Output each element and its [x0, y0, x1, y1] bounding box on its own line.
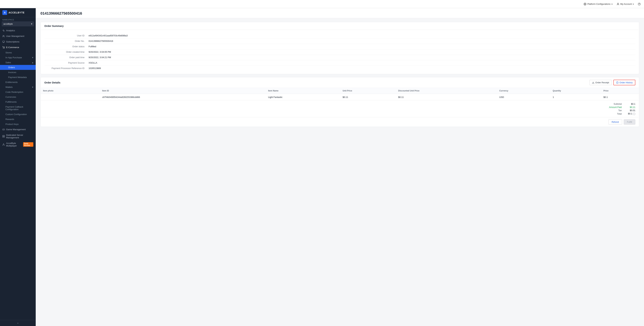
total-info-icon[interactable]: i	[633, 113, 635, 115]
sidebar-item-stores-label: Stores	[6, 51, 12, 54]
in-app-purchase-chevron: ▾	[32, 56, 33, 59]
svg-rect-5	[2, 41, 4, 42]
field-order-paid: Order paid time 9/20/2022, 3:04:21 PM	[44, 55, 635, 60]
namespace-value: accelbyte	[4, 22, 13, 25]
sidebar-item-analytics[interactable]: Analytics	[0, 28, 36, 33]
namespace-selector[interactable]: accelbyte ▾	[2, 22, 34, 26]
field-order-status: Order status Fulfilled	[44, 44, 635, 49]
amount-paid-value: $0.11	[625, 106, 635, 108]
sidebar-item-stores[interactable]: Stores	[0, 50, 36, 55]
platform-configs-button[interactable]: Platform Configurations	[584, 3, 612, 6]
early-access-badge: Early Access	[23, 142, 33, 147]
field-order-status-value: Fulfilled	[88, 45, 96, 48]
sidebar-collapse-button[interactable]: «	[0, 320, 36, 326]
sidebar-item-fulfillments[interactable]: Fulfillments	[0, 100, 36, 104]
total-value: $0.1i	[625, 112, 635, 115]
sidebar-item-in-app-purchase-label: In-App Purchase	[6, 56, 22, 59]
cell-item-id: c87f4b5490f04244a9260253386cb866	[100, 94, 266, 100]
sidebar-item-orders-label: Orders	[8, 66, 15, 69]
my-account-button[interactable]: My Account	[617, 3, 634, 6]
order-summary-body: User ID e912a494342c401aad58703c49d088a3…	[41, 30, 639, 74]
field-payment-ref-label: Payment Processor Reference ID	[44, 67, 88, 70]
gamepad-icon	[2, 128, 5, 131]
field-user-id-label: User ID	[44, 34, 88, 37]
logo-icon: A	[2, 10, 7, 15]
sidebar-item-sales-label: Sales	[6, 61, 11, 64]
svg-point-17	[4, 145, 4, 145]
svg-point-0	[585, 4, 585, 4]
order-details-title: Order Details	[44, 81, 60, 84]
sidebar-item-rewards-label: Rewards	[6, 118, 14, 120]
shopping-cart-icon	[2, 46, 5, 48]
cell-price: $0.1	[601, 94, 639, 100]
field-order-no-label: Order No.	[44, 40, 88, 42]
sidebar-item-ecommerce[interactable]: E-Commerce	[0, 44, 36, 50]
field-order-created: Order created time 9/20/2022, 3:04:05 PM	[44, 49, 635, 55]
sidebar-item-entitlements[interactable]: Entitlements	[0, 80, 36, 85]
cell-item-name: Light Fantastic	[266, 94, 340, 100]
cell-unit-price: $0.11	[340, 94, 396, 100]
wallets-chevron: ▾	[32, 86, 33, 88]
total-row: Total $0.1i	[601, 112, 635, 115]
sidebar-item-product-keys[interactable]: Product Keys	[0, 122, 36, 127]
history-icon	[616, 82, 618, 84]
col-item-id: Item ID	[100, 88, 266, 94]
sidebar-item-currencies[interactable]: Currencies	[0, 94, 36, 100]
sidebar-item-sales[interactable]: Sales ▴	[0, 60, 36, 65]
sidebar-item-orders[interactable]: Orders	[0, 65, 36, 70]
sidebar-item-code-redemption[interactable]: Code Redemption	[0, 90, 36, 94]
sidebar-item-payment-metadata[interactable]: Payment Metadata	[0, 75, 36, 80]
sidebar-item-analytics-label: Analytics	[6, 29, 15, 32]
help-button[interactable]	[638, 3, 640, 6]
sidebar-item-in-app-purchase[interactable]: In-App Purchase ▾	[0, 55, 36, 60]
sidebar-item-accelbyte-multiplayer[interactable]: AccelByte Multiplayer Early Access	[0, 140, 36, 148]
sidebar-item-invoices[interactable]: Invoices	[0, 70, 36, 75]
order-receipt-button[interactable]: Order Receipt	[590, 80, 612, 85]
cell-discounted-unit-price: $0.11	[396, 94, 497, 100]
sidebar-item-subscriptions-label: Subscriptions	[6, 40, 20, 43]
layout: A ACCELBYTE NAMESPACE accelbyte ▾ Analyt…	[0, 8, 644, 326]
sidebar-item-wallets-label: Wallets	[6, 86, 12, 88]
sidebar-item-payment-callback[interactable]: Payment Callback Configuration	[0, 104, 36, 112]
content-area: Order Summary User ID e912a494342c401aad…	[36, 18, 644, 134]
help-icon	[638, 3, 640, 6]
amount-paid-label: Amount Paid	[601, 106, 622, 108]
sidebar-item-fulfillments-label: Fulfillments	[6, 100, 17, 103]
col-item-photo: Item photo	[41, 88, 100, 94]
field-order-paid-label: Order paid time	[44, 56, 88, 59]
sidebar-item-subscriptions[interactable]: Subscriptions	[0, 39, 36, 44]
sidebar-item-user-management[interactable]: User Management	[0, 33, 36, 39]
col-discounted-unit-price: Discounted Unit Price	[396, 88, 497, 94]
users-icon	[2, 35, 5, 38]
refund-button[interactable]: Refund	[608, 119, 622, 124]
order-details-table-wrapper: Item photo Item ID Item Name Unit Price …	[41, 88, 639, 100]
sidebar-logo: A ACCELBYTE	[0, 8, 36, 17]
field-payment-ref-value: 1026513889	[88, 67, 101, 70]
sidebar-item-wallets[interactable]: Wallets ▾	[0, 85, 36, 90]
order-history-label: Order History	[620, 81, 632, 84]
order-details-buttons: Order Receipt Order History	[590, 80, 635, 85]
order-history-button[interactable]: Order History	[614, 80, 635, 85]
totals-section: Subtotal $0.1 Amount Paid $0.11 Tax $0.0…	[41, 100, 639, 117]
sidebar-item-custom-config[interactable]: Custom Configuration	[0, 112, 36, 117]
field-user-id-value: e912a494342c401aad58703c49d088a3	[88, 34, 128, 37]
sidebar-item-game-management[interactable]: Game Management	[0, 127, 36, 132]
sidebar-item-entitlements-label: Entitlements	[6, 81, 18, 84]
field-order-status-label: Order status	[44, 45, 88, 48]
sales-chevron: ▴	[32, 61, 33, 64]
sidebar-item-dedicated-server[interactable]: Dedicated Server Management	[0, 132, 36, 140]
sidebar-item-rewards[interactable]: Rewards	[0, 117, 36, 122]
svg-point-1	[618, 3, 618, 4]
svg-line-19	[4, 144, 4, 145]
platform-configs-label: Platform Configurations	[588, 3, 610, 5]
col-item-name: Item Name	[266, 88, 340, 94]
svg-point-16	[3, 145, 3, 145]
collapse-icon: «	[17, 322, 18, 324]
field-payment-source-value: XSOLLA	[88, 62, 97, 64]
refund-label: Refund	[612, 121, 619, 123]
svg-rect-12	[2, 136, 4, 137]
order-summary-card: Order Summary User ID e912a494342c401aad…	[40, 22, 639, 74]
fulfill-button[interactable]: Fulfill	[624, 119, 635, 124]
amount-paid-row: Amount Paid $0.11	[601, 106, 635, 108]
total-label: Total	[601, 112, 622, 115]
